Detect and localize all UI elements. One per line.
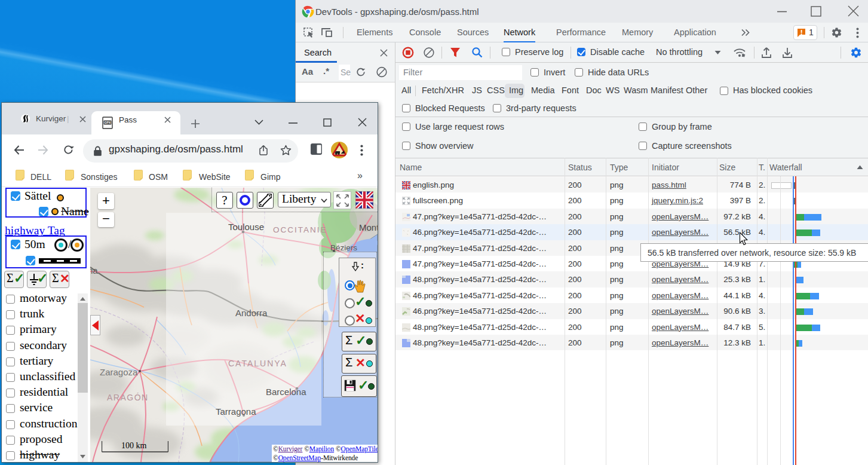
svg-text:na: na: [90, 265, 98, 276]
svg-text:OCCITANIE: OCCITANIE: [273, 225, 327, 234]
svg-text:Andorra: Andorra: [235, 308, 268, 318]
svg-text:Zaragoza: Zaragoza: [100, 367, 138, 377]
svg-text:Tarragona: Tarragona: [216, 406, 256, 417]
svg-text:CATALUNYA: CATALUNYA: [228, 359, 287, 368]
svg-text:Toulouse: Toulouse: [228, 222, 264, 232]
svg-text:ARAGÓN: ARAGÓN: [107, 393, 149, 402]
svg-text:Mont: Mont: [359, 222, 378, 232]
svg-text:Barcelona: Barcelona: [266, 387, 306, 397]
svg-text:Béziers: Béziers: [330, 243, 357, 252]
svg-text:GPX: GPX: [105, 121, 111, 124]
